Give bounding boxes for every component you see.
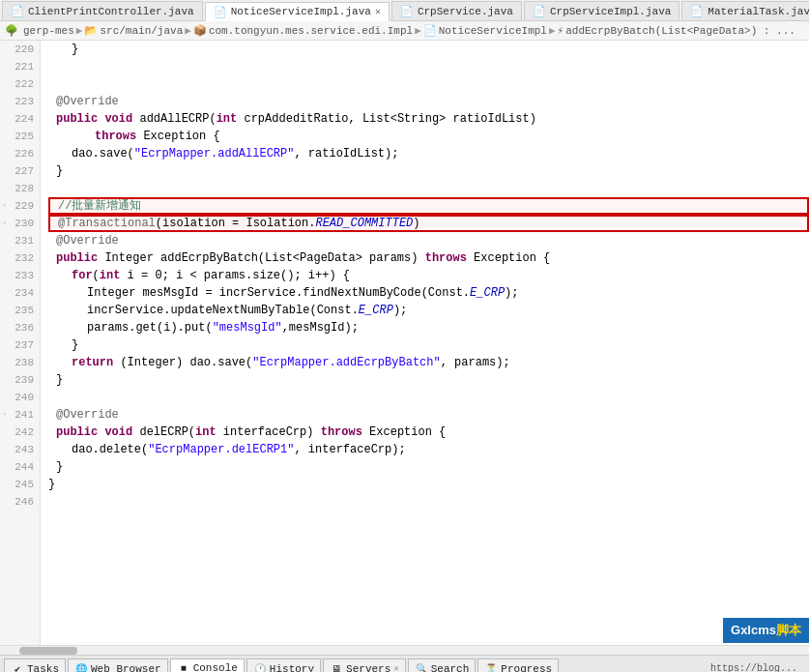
brand-text: Gxlcms: [731, 623, 776, 637]
tab-notice-service-impl[interactable]: 📄 NoticeServiceImpl.java ✕: [205, 2, 390, 21]
tab-label: ClientPrintController.java: [28, 6, 194, 17]
tasks-button[interactable]: ✔ Tasks: [4, 658, 66, 673]
bottom-bar: ✔ Tasks 🌐 Web Browser ■ Console 🕐 Histor…: [0, 655, 809, 672]
line-numbers: 220 221 222 223 224 225 226 227 228 229 …: [0, 41, 41, 645]
horizontal-scrollbar[interactable]: [0, 645, 809, 655]
code-line-233: for(int i = 0; i < params.size(); i++) {: [48, 267, 809, 284]
code-line-246: [48, 493, 809, 511]
breadcrumb: 🌳 gerp-mes ▶ 📂 src/main/java ▶ 📦 com.ton…: [0, 21, 809, 41]
tab-close-icon[interactable]: ✕: [375, 6, 381, 17]
code-content[interactable]: } @Override public void addAllECRP(int c…: [41, 41, 809, 645]
code-line-234: Integer mesMsgId = incrService.findNextN…: [48, 284, 809, 302]
url-display: https://blog...: [710, 663, 805, 672]
history-icon: 🕐: [253, 662, 267, 673]
breadcrumb-icon: 🌳: [5, 24, 18, 37]
code-line-242: public void delECRP(int interfaceCrp) th…: [48, 424, 809, 441]
code-line-243: dao.delete("EcrpMapper.delECRP1", interf…: [48, 441, 809, 458]
tasks-label: Tasks: [27, 663, 59, 673]
code-line-235: incrService.updateNextNumByTable(Const.E…: [48, 302, 809, 319]
history-button[interactable]: 🕐 History: [246, 658, 321, 673]
brand-watermark: Gxlcms脚本: [723, 618, 809, 643]
tasks-icon: ✔: [11, 662, 24, 673]
code-line-245: }: [48, 476, 809, 493]
code-line-238: return (Integer) dao.save("EcrpMapper.ad…: [48, 354, 809, 371]
code-line-244: }: [48, 458, 809, 476]
console-label: Console: [193, 662, 238, 672]
code-line-228: [48, 180, 809, 197]
code-line-231: @Override: [48, 232, 809, 249]
code-line-221: [48, 58, 809, 75]
tab-label: CrpService.java: [418, 6, 513, 17]
code-line-227: }: [48, 162, 809, 180]
code-line-236: params.get(i).put("mesMsgId",mesMsgId);: [48, 319, 809, 336]
tab-label: NoticeServiceImpl.java: [231, 6, 371, 17]
search-button[interactable]: 🔍 Search: [408, 658, 477, 673]
code-line-239: }: [48, 371, 809, 389]
brand-suffix: 脚本: [776, 623, 801, 637]
tab-bar: 📄 ClientPrintController.java 📄 NoticeSer…: [0, 0, 809, 21]
console-icon: ■: [177, 661, 190, 672]
web-browser-button[interactable]: 🌐 Web Browser: [68, 658, 168, 673]
tab-label: MaterialTask.java: [708, 6, 809, 17]
tab-client-print-controller[interactable]: 📄 ClientPrintController.java: [2, 1, 203, 20]
code-line-240: [48, 389, 809, 406]
tab-crp-service-impl[interactable]: 📄 CrpServiceImpl.java: [524, 1, 679, 20]
search-label: Search: [431, 663, 470, 673]
code-line-229: //批量新增通知: [48, 197, 809, 215]
tab-material-task[interactable]: 📄 MaterialTask.java: [681, 1, 809, 20]
web-browser-label: Web Browser: [91, 663, 161, 673]
servers-button[interactable]: 🖥 Servers ✕: [323, 658, 406, 673]
code-area: 220 221 222 223 224 225 226 227 228 229 …: [0, 41, 809, 645]
progress-button[interactable]: ⏳ Progress: [477, 658, 559, 673]
code-line-237: }: [48, 336, 809, 354]
history-label: History: [270, 663, 314, 673]
tab-label: CrpServiceImpl.java: [550, 6, 671, 17]
console-button[interactable]: ■ Console: [170, 658, 245, 673]
progress-icon: ⏳: [484, 662, 498, 673]
servers-icon: 🖥: [330, 662, 343, 673]
code-line-241: @Override: [48, 406, 809, 424]
code-line-230: @Transactional(isolation = Isolation.REA…: [48, 215, 809, 232]
servers-label: Servers: [346, 663, 390, 673]
code-line-226: dao.save("EcrpMapper.addAllECRP", ratioI…: [48, 145, 809, 162]
web-browser-icon: 🌐: [74, 662, 88, 673]
code-line-220: }: [48, 41, 809, 58]
code-line-223: @Override: [48, 93, 809, 110]
code-line-222: [48, 75, 809, 93]
progress-label: Progress: [501, 663, 552, 673]
code-line-224: public void addAllECRP(int crpAddeditRat…: [48, 110, 809, 128]
tab-crp-service[interactable]: 📄 CrpService.java: [391, 1, 522, 20]
code-line-232: public Integer addEcrpByBatch(List<PageD…: [48, 249, 809, 267]
code-line-225: throws Exception {: [48, 128, 809, 145]
search-icon: 🔍: [415, 662, 428, 673]
